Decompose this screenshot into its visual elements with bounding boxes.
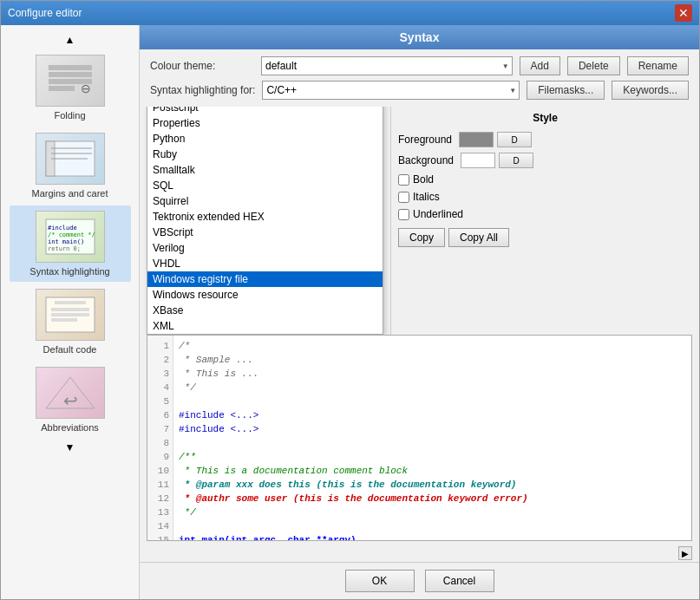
scroll-right-button[interactable]: ▶ bbox=[678, 546, 692, 560]
code-line: /* bbox=[179, 339, 686, 353]
dropdown-list-item[interactable]: Properties bbox=[147, 115, 383, 131]
line-number: 10 bbox=[151, 464, 169, 478]
dropdown-list-item[interactable]: Verilog bbox=[147, 240, 383, 256]
italics-checkbox[interactable] bbox=[398, 192, 409, 203]
dropdown-list-item[interactable]: XML bbox=[147, 318, 383, 334]
dropdown-list-overlay[interactable]: LispLuaMakeMASM AssemblyMatlabMotorola 6… bbox=[147, 107, 383, 335]
svg-rect-1 bbox=[49, 72, 92, 77]
sidebar-item-folding[interactable]: ⊖ Folding bbox=[10, 49, 131, 126]
dropdown-list-item[interactable]: Ruby bbox=[147, 147, 383, 162]
line-number: 12 bbox=[151, 492, 169, 505]
rename-button[interactable]: Rename bbox=[627, 56, 689, 75]
bottom-panel: OK Cancel bbox=[140, 562, 699, 599]
foreground-label: Foreground bbox=[398, 134, 452, 146]
line-number: 8 bbox=[151, 436, 169, 450]
code-line: * This is a documentation comment block bbox=[179, 464, 686, 478]
code-line bbox=[179, 519, 686, 533]
svg-text:#include: #include bbox=[48, 225, 77, 232]
code-preview[interactable]: 1234567891011121314151617 /* * Sample ..… bbox=[147, 335, 692, 542]
background-label: Background bbox=[398, 154, 454, 166]
sidebar-scroll-down[interactable]: ▼ bbox=[4, 440, 135, 455]
dropdown-list-item[interactable]: VBScript bbox=[147, 225, 383, 240]
configure-editor-dialog: Configure editor ✕ ▲ ⊖ Folding bbox=[0, 0, 700, 600]
line-number: 11 bbox=[151, 478, 169, 492]
content-split: StringString (inactive)CharacterCharacte… bbox=[140, 107, 699, 335]
copy-button[interactable]: Copy bbox=[398, 228, 445, 247]
list-panel: StringString (inactive)CharacterCharacte… bbox=[140, 107, 391, 335]
dropdown-list-item[interactable]: Windows resource bbox=[147, 287, 383, 303]
code-line: #include <...> bbox=[179, 408, 686, 422]
background-color-button[interactable]: D bbox=[499, 153, 533, 168]
dropdown-list-item[interactable]: Python bbox=[147, 131, 383, 147]
line-numbers: 1234567891011121314151617 bbox=[147, 336, 173, 541]
dropdown-list-item[interactable]: Smalltalk bbox=[147, 162, 383, 178]
main-content: Syntax Colour theme: default Add Delete … bbox=[140, 25, 699, 599]
line-number: 6 bbox=[151, 408, 169, 422]
dropdown-list-item[interactable]: SQL bbox=[147, 178, 383, 193]
foreground-color-button[interactable]: D bbox=[497, 132, 532, 147]
code-line: * @param xxx does this (this is the docu… bbox=[179, 478, 686, 492]
bold-row: Bold bbox=[398, 173, 692, 186]
line-number: 5 bbox=[151, 395, 169, 408]
style-title: Style bbox=[398, 112, 692, 124]
title-bar-text: Configure editor bbox=[8, 7, 82, 19]
svg-text:int main(): int main() bbox=[48, 238, 84, 245]
svg-text:⊖: ⊖ bbox=[81, 82, 91, 95]
filemasks-button[interactable]: Filemasks... bbox=[527, 81, 605, 100]
line-number: 7 bbox=[151, 422, 169, 436]
sidebar-label-syntax: Syntax highlighting bbox=[29, 266, 109, 277]
colour-theme-row: Colour theme: default Add Delete Rename bbox=[150, 56, 689, 75]
controls-area: Colour theme: default Add Delete Rename … bbox=[140, 49, 699, 107]
sidebar-label-folding: Folding bbox=[54, 110, 85, 121]
sidebar-item-syntax[interactable]: #include /* comment */ int main() return… bbox=[10, 205, 131, 282]
cancel-button[interactable]: Cancel bbox=[425, 570, 494, 592]
add-button[interactable]: Add bbox=[520, 56, 560, 75]
dropdown-list-item[interactable]: Squirrel bbox=[147, 193, 383, 209]
syntax-for-dropdown-wrapper: C/C++ bbox=[262, 81, 520, 100]
line-number: 4 bbox=[151, 381, 169, 395]
copy-buttons: Copy Copy All bbox=[398, 228, 692, 247]
syntax-for-dropdown[interactable]: C/C++ bbox=[262, 81, 520, 100]
sidebar-label-abbreviations: Abbreviations bbox=[41, 422, 99, 433]
dropdown-list-item[interactable]: XBase bbox=[147, 303, 383, 318]
syntax-for-label: Syntax highlighting for: bbox=[150, 84, 255, 96]
code-panel: 1234567891011121314151617 /* * Sample ..… bbox=[140, 335, 699, 563]
sidebar-scroll-up[interactable]: ▲ bbox=[4, 32, 135, 48]
abbreviations-icon: ↩ bbox=[36, 367, 105, 419]
dropdown-list-item[interactable]: VHDL bbox=[147, 256, 383, 271]
background-color-box bbox=[461, 153, 495, 168]
svg-rect-0 bbox=[49, 65, 92, 70]
svg-text:/* comment */: /* comment */ bbox=[48, 232, 95, 238]
sidebar-label-margins: Margins and caret bbox=[31, 188, 108, 199]
colour-theme-dropdown[interactable]: default bbox=[261, 56, 513, 75]
copy-all-button[interactable]: Copy All bbox=[448, 228, 509, 247]
keywords-button[interactable]: Keywords... bbox=[612, 81, 689, 100]
line-number: 9 bbox=[151, 450, 169, 464]
code-line: * @authr some user (this is the document… bbox=[179, 492, 686, 505]
underlined-checkbox[interactable] bbox=[398, 209, 409, 220]
bold-label[interactable]: Bold bbox=[398, 173, 434, 186]
sidebar-label-default-code: Default code bbox=[43, 344, 97, 355]
dropdown-list-item[interactable]: Tektronix extended HEX bbox=[147, 209, 383, 225]
sidebar-item-abbreviations[interactable]: ↩ Abbreviations bbox=[10, 362, 131, 438]
code-line: /** bbox=[179, 450, 686, 464]
ok-button[interactable]: OK bbox=[345, 570, 415, 592]
svg-rect-18 bbox=[51, 313, 89, 316]
underlined-label[interactable]: Underlined bbox=[398, 208, 463, 220]
sidebar-item-default-code[interactable]: Default code bbox=[10, 284, 131, 360]
sidebar: ▲ ⊖ Folding bbox=[1, 25, 140, 599]
default-code-icon bbox=[36, 289, 105, 341]
delete-button[interactable]: Delete bbox=[567, 56, 620, 75]
svg-rect-16 bbox=[55, 301, 86, 304]
close-button[interactable]: ✕ bbox=[675, 4, 692, 22]
sidebar-item-margins[interactable]: Margins and caret bbox=[10, 127, 131, 204]
background-row: Background D bbox=[398, 152, 692, 169]
underlined-row: Underlined bbox=[398, 207, 692, 221]
bold-checkbox[interactable] bbox=[398, 174, 409, 186]
dropdown-list-item[interactable]: Windows registry file bbox=[147, 271, 383, 287]
dropdown-list-item[interactable]: Postscript bbox=[147, 107, 383, 115]
italics-label[interactable]: Italics bbox=[398, 191, 440, 203]
code-line: #include <...> bbox=[179, 422, 686, 436]
syntax-for-row: Syntax highlighting for: C/C++ Filemasks… bbox=[150, 81, 689, 100]
code-content: /* * Sample ... * This is ... */ #includ… bbox=[173, 336, 691, 541]
